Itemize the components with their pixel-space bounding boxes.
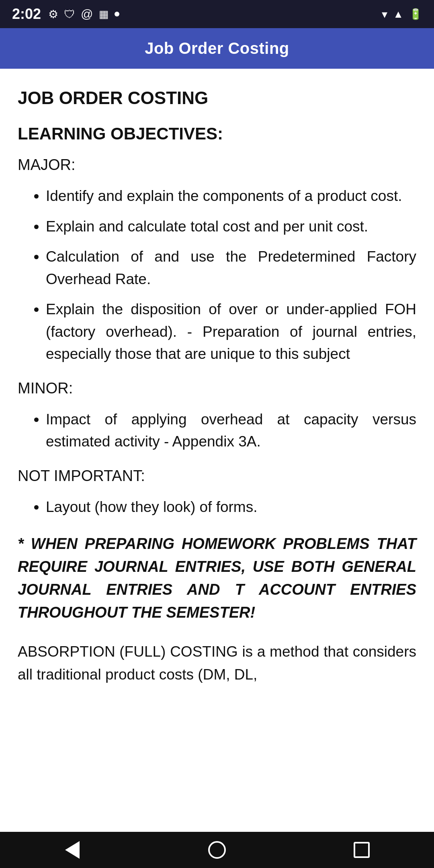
not-important-bullets-list: Layout (how they look) of forms. <box>18 496 416 518</box>
home-icon <box>208 841 226 859</box>
back-icon <box>65 841 80 859</box>
body-text: ABSORPTION (FULL) COSTING is a method th… <box>18 640 416 686</box>
major-bullet-3: Calculation of and use the Predetermined… <box>46 246 416 290</box>
dot-icon <box>115 12 119 16</box>
minor-bullet-1: Impact of applying overhead at capacity … <box>46 408 416 453</box>
home-button[interactable] <box>201 834 233 866</box>
major-bullet-2: Explain and calculate total cost and per… <box>46 215 416 238</box>
not-important-bullet-1: Layout (how they look) of forms. <box>46 496 416 518</box>
page-title: JOB ORDER COSTING <box>18 88 416 108</box>
signal-icon: ▲ <box>393 8 403 20</box>
major-label: MAJOR: <box>18 156 416 174</box>
sim-icon: ▦ <box>99 8 109 20</box>
minor-label: MINOR: <box>18 380 416 397</box>
major-bullet-4: Explain the disposition of over or under… <box>46 298 416 365</box>
recent-icon <box>354 842 370 858</box>
status-bar: 2:02 ⚙ 🛡 @ ▦ ▾ ▲ 🔋 <box>0 0 434 28</box>
learning-objectives-heading: LEARNING OBJECTIVES: <box>18 124 416 143</box>
major-bullet-1: Identify and explain the components of a… <box>46 185 416 207</box>
not-important-label: NOT IMPORTANT: <box>18 467 416 485</box>
settings-icon: ⚙ <box>48 8 58 21</box>
app-title: Job Order Costing <box>145 39 289 57</box>
app-bar: Job Order Costing <box>0 28 434 69</box>
content-area: JOB ORDER COSTING LEARNING OBJECTIVES: M… <box>0 69 434 719</box>
back-button[interactable] <box>56 834 88 866</box>
status-right: ▾ ▲ 🔋 <box>382 8 422 21</box>
shield-icon: 🛡 <box>64 8 75 21</box>
status-time: 2:02 <box>12 6 41 23</box>
battery-icon: 🔋 <box>409 8 422 20</box>
minor-bullets-list: Impact of applying overhead at capacity … <box>18 408 416 453</box>
status-left: 2:02 ⚙ 🛡 @ ▦ <box>12 6 119 23</box>
nav-bar <box>0 832 434 868</box>
highlight-note: * WHEN PREPARING HOMEWORK PROBLEMS THAT … <box>18 532 416 624</box>
wifi-icon: ▾ <box>382 8 387 21</box>
status-icons: ⚙ 🛡 @ ▦ <box>48 7 119 21</box>
at-icon: @ <box>81 7 93 21</box>
recent-button[interactable] <box>346 834 378 866</box>
major-bullets-list: Identify and explain the components of a… <box>18 185 416 365</box>
